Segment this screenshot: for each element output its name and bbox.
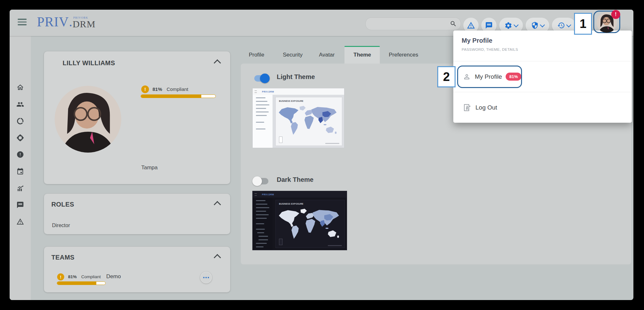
tab-profile[interactable]: Profile [239, 46, 274, 64]
history-icon [557, 22, 565, 29]
world-map [277, 104, 341, 139]
teams-title: TEAMS [51, 254, 74, 261]
menu-item-label: My Profile [475, 73, 502, 80]
profile-completion-badge: 81% [506, 73, 521, 81]
mini-map-card: BUSINESS EXPOSURE [276, 200, 344, 248]
shield-icon [531, 22, 539, 29]
user-menu-subtitle: PASSWORD, THEME, DETAILS [462, 48, 518, 51]
roles-title: ROLES [51, 201, 74, 208]
light-theme-preview[interactable]: PRIV.DRM BUSINESS EXPOSURE [253, 88, 344, 148]
mini-logo: PRIV.DRM [262, 91, 274, 93]
menu-item-my-profile[interactable]: My Profile 81% [453, 61, 632, 92]
dark-theme-label: Dark Theme [277, 176, 314, 183]
profile-location: Tampa [141, 164, 158, 171]
exit-door-icon [463, 103, 471, 112]
feedback-icon[interactable] [16, 201, 24, 209]
chevron-down-icon [540, 22, 545, 27]
chevron-down-icon [566, 22, 571, 27]
mini-logo: PRIV.DRM [262, 193, 274, 196]
search-input[interactable] [366, 21, 450, 27]
brand-priv: PRIV [37, 14, 69, 30]
team-name: Demo [106, 273, 121, 280]
compliance-warning-icon: ! [141, 85, 149, 93]
light-theme-label: Light Theme [277, 73, 315, 81]
notification-badge: ! [611, 10, 620, 19]
menu-item-label: Log Out [475, 104, 497, 111]
compliance-progress-bar [141, 94, 216, 98]
collapse-chevron-icon[interactable] [214, 254, 221, 261]
dark-theme-toggle[interactable] [254, 178, 268, 184]
team-progress-bar [57, 281, 106, 285]
profile-photo [55, 86, 121, 153]
integrations-icon[interactable] [16, 134, 24, 142]
mini-map-title: BUSINESS EXPOSURE [279, 100, 303, 102]
insights-icon[interactable] [16, 184, 24, 192]
annotation-step-2: 2 [437, 66, 456, 87]
role-item: Director [52, 223, 70, 228]
mini-zoom-controls [279, 239, 283, 245]
menu-item-log-out[interactable]: Log Out [453, 92, 632, 123]
profile-card: LILLY WILLIAMS ! 81% Compliant Tampa [44, 51, 230, 184]
brand-drm: DRM [73, 19, 95, 29]
team-more-button[interactable] [200, 272, 212, 283]
tab-preferences[interactable]: Preferences [380, 46, 422, 64]
mini-sidebar [253, 198, 273, 250]
team-compliance-warning-icon: ! [57, 273, 64, 280]
home-icon[interactable] [16, 84, 24, 91]
tab-security[interactable]: Security [274, 46, 309, 64]
mini-zoom-controls [279, 137, 283, 143]
user-avatar-area: ! [593, 11, 620, 33]
mini-topbar: PRIV.DRM [253, 191, 347, 198]
roles-card: ROLES Director [44, 194, 230, 234]
collapse-chevron-icon[interactable] [214, 201, 221, 208]
user-menu-dropdown: My Profile PASSWORD, THEME, DETAILS My P… [453, 31, 632, 123]
profile-tabs: Profile Security Avatar Theme Preference… [239, 46, 422, 64]
mini-attribution [328, 245, 342, 246]
alert-triangle-icon [467, 21, 475, 30]
chevron-down-icon [514, 22, 519, 27]
light-theme-toggle[interactable] [254, 75, 269, 82]
world-map [277, 207, 343, 243]
tab-avatar[interactable]: Avatar [309, 46, 344, 64]
dark-theme-preview[interactable]: PRIV.DRM BUSINESS EXPOSURE [253, 191, 347, 250]
error-icon[interactable] [16, 151, 24, 158]
annotation-step-1: 1 [574, 13, 592, 35]
brand-logo: PRIV. PRIVORK DRM [37, 14, 96, 30]
screenshot-frame: PRIV. PRIVORK DRM [0, 0, 644, 310]
side-icon-rail [10, 36, 31, 300]
tab-theme[interactable]: Theme [344, 46, 380, 64]
compliance-label: Compliant [167, 86, 188, 92]
team-compliance-label: Compliant [81, 274, 101, 279]
search-box[interactable] [365, 17, 461, 30]
profile-name: LILLY WILLIAMS [63, 59, 115, 67]
data-usage-icon[interactable] [16, 117, 24, 125]
mini-map-title: BUSINESS EXPOSURE [279, 203, 303, 205]
mini-attribution [325, 143, 339, 144]
teams-card: TEAMS ! 81% Compliant Demo [44, 247, 230, 292]
gear-icon [504, 22, 512, 30]
warning-icon[interactable] [16, 218, 24, 226]
mini-map-card: BUSINESS EXPOSURE [276, 97, 342, 146]
hamburger-menu-icon[interactable] [18, 19, 27, 26]
person-icon [463, 73, 471, 81]
collapse-chevron-icon[interactable] [214, 59, 221, 67]
mini-sidebar [253, 95, 273, 148]
app-window: PRIV. PRIVORK DRM [10, 10, 633, 300]
user-menu-title: My Profile [462, 37, 492, 44]
mini-topbar: PRIV.DRM [253, 88, 344, 95]
calendar-icon[interactable] [16, 168, 24, 175]
mini-hamburger-icon [255, 193, 257, 196]
search-icon[interactable] [450, 20, 457, 27]
people-icon[interactable] [16, 101, 24, 108]
chat-icon [485, 22, 493, 29]
team-compliance-percent: 81% [68, 274, 77, 279]
mini-hamburger-icon [255, 91, 257, 93]
compliance-percent: 81% [152, 86, 162, 92]
